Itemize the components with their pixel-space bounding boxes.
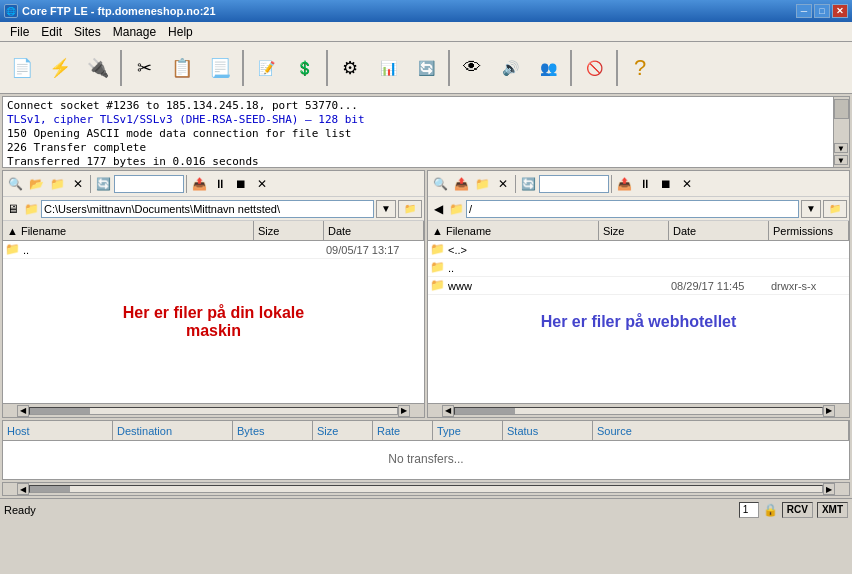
maximize-button[interactable]: □ — [814, 4, 830, 18]
remote-placeholder-text: Her er filer på webhotellet — [541, 313, 737, 331]
toolbar-new[interactable]: 📄 — [4, 48, 40, 88]
local-file-row-dotdot[interactable]: 📁 .. 09/05/17 13:17 — [3, 241, 424, 259]
remote-newfolder-btn[interactable]: 📁 — [472, 174, 492, 194]
transfer-col-host[interactable]: Host — [3, 421, 113, 440]
remote-scroll-right[interactable]: ▶ — [823, 405, 835, 417]
remote-path-input[interactable] — [466, 200, 799, 218]
remote-back-btn[interactable]: ◀ — [430, 201, 446, 217]
bottom-scroll-left[interactable]: ◀ — [17, 483, 29, 495]
toolbar-transfer-money[interactable]: 💲 — [286, 48, 322, 88]
local-filter-input[interactable] — [114, 175, 184, 193]
remote-file-list[interactable]: 📁 <..> 📁 .. 📁 www 08/29/17 11:45 drwxr-s… — [428, 241, 849, 403]
local-col-date[interactable]: Date — [324, 221, 424, 240]
local-search-btn[interactable]: 🔍 — [5, 174, 25, 194]
local-scroll-track[interactable] — [29, 407, 398, 415]
remote-path-browse[interactable]: 📁 — [823, 200, 847, 218]
toolbar-view[interactable]: 👁 — [454, 48, 490, 88]
local-newfolder-btn[interactable]: 📁 — [47, 174, 67, 194]
bottom-scroll-right[interactable]: ▶ — [823, 483, 835, 495]
local-upload-btn[interactable]: 📤 — [189, 174, 209, 194]
local-refresh-btn[interactable]: 🔄 — [93, 174, 113, 194]
remote-download-btn[interactable]: 📤 — [614, 174, 634, 194]
local-column-headers: ▲ Filename Size Date — [3, 221, 424, 241]
transfer-col-destination[interactable]: Destination — [113, 421, 233, 440]
toolbar-cut[interactable]: ✂ — [126, 48, 162, 88]
toolbar-copy[interactable]: 📋 — [164, 48, 200, 88]
transfer-col-size[interactable]: Size — [313, 421, 373, 440]
remote-search-btn[interactable]: 🔍 — [430, 174, 450, 194]
transfer-empty-label: No transfers... — [3, 441, 849, 477]
toolbar-help[interactable]: ? — [622, 48, 658, 88]
remote-sep-2 — [611, 175, 612, 193]
toolbar-queue[interactable]: 📊 — [370, 48, 406, 88]
local-path-dropdown[interactable]: ▼ — [376, 200, 396, 218]
toolbar-settings[interactable]: ⚙ — [332, 48, 368, 88]
remote-folder-icon-bracket: 📁 — [430, 242, 446, 258]
local-pause-btn[interactable]: ⏸ — [210, 174, 230, 194]
remote-col-filename[interactable]: ▲ Filename — [428, 221, 599, 240]
remote-file-row-bracket[interactable]: 📁 <..> — [428, 241, 849, 259]
close-button[interactable]: ✕ — [832, 4, 848, 18]
local-stop-btn[interactable]: ⏹ — [231, 174, 251, 194]
remote-cancel-btn[interactable]: ✕ — [677, 174, 697, 194]
local-file-date-dotdot: 09/05/17 13:17 — [322, 244, 422, 256]
local-scroll-left[interactable]: ◀ — [17, 405, 29, 417]
remote-hscroll[interactable]: ◀ ▶ — [428, 403, 849, 417]
local-panel: 🔍 📂 📁 ✕ 🔄 📤 ⏸ ⏹ ✕ 🖥 📁 ▼ 📁 ▲ Filename — [2, 170, 425, 418]
menu-sites[interactable]: Sites — [68, 23, 107, 41]
remote-file-perms-www: drwxr-s-x — [767, 280, 847, 292]
local-path-browse[interactable]: 📁 — [398, 200, 422, 218]
remote-delete-btn[interactable]: ✕ — [493, 174, 513, 194]
toolbar-sound[interactable]: 🔊 — [492, 48, 528, 88]
remote-scroll-track[interactable] — [454, 407, 823, 415]
remote-col-date[interactable]: Date — [669, 221, 769, 240]
bottom-scroll-thumb[interactable] — [30, 486, 70, 492]
remote-open-btn[interactable]: 📤 — [451, 174, 471, 194]
transfer-col-status[interactable]: Status — [503, 421, 593, 440]
local-path-input[interactable] — [41, 200, 374, 218]
remote-scroll-thumb[interactable] — [455, 408, 515, 414]
toolbar-paste[interactable]: 📃 — [202, 48, 238, 88]
transfer-col-bytes[interactable]: Bytes — [233, 421, 313, 440]
remote-file-row-dotdot[interactable]: 📁 .. — [428, 259, 849, 277]
toolbar-connect[interactable]: ⚡ — [42, 48, 78, 88]
menu-manage[interactable]: Manage — [107, 23, 162, 41]
separator-6 — [616, 50, 618, 86]
toolbar-block[interactable]: 🚫 — [576, 48, 612, 88]
remote-scroll-left[interactable]: ◀ — [442, 405, 454, 417]
menu-help[interactable]: Help — [162, 23, 199, 41]
remote-refresh-btn[interactable]: 🔄 — [518, 174, 538, 194]
transfer-col-source[interactable]: Source — [593, 421, 849, 440]
local-scroll-thumb[interactable] — [30, 408, 90, 414]
bottom-scroll-track[interactable] — [29, 485, 823, 493]
log-scrollbar[interactable]: ▼ ▼ — [833, 97, 849, 167]
local-open-btn[interactable]: 📂 — [26, 174, 46, 194]
local-col-size[interactable]: Size — [254, 221, 324, 240]
local-scroll-right[interactable]: ▶ — [398, 405, 410, 417]
local-folder-icon-dotdot: 📁 — [5, 242, 21, 258]
remote-stop-btn[interactable]: ⏹ — [656, 174, 676, 194]
local-file-list[interactable]: 📁 .. 09/05/17 13:17 Her er filer på din … — [3, 241, 424, 403]
transfer-col-type[interactable]: Type — [433, 421, 503, 440]
menu-bar: File Edit Sites Manage Help — [0, 22, 852, 42]
toolbar-disconnect[interactable]: 🔌 — [80, 48, 116, 88]
transfer-col-rate[interactable]: Rate — [373, 421, 433, 440]
local-hscroll[interactable]: ◀ ▶ — [3, 403, 424, 417]
menu-file[interactable]: File — [4, 23, 35, 41]
remote-filter-input[interactable] — [539, 175, 609, 193]
status-text: Ready — [4, 504, 367, 516]
local-col-filename[interactable]: ▲ Filename — [3, 221, 254, 240]
remote-pause-btn[interactable]: ⏸ — [635, 174, 655, 194]
toolbar-sync[interactable]: 🔄 — [408, 48, 444, 88]
remote-col-permissions[interactable]: Permissions — [769, 221, 849, 240]
remote-col-size[interactable]: Size — [599, 221, 669, 240]
toolbar-users[interactable]: 👥 — [530, 48, 566, 88]
local-cancel-btn[interactable]: ✕ — [252, 174, 272, 194]
remote-file-row-www[interactable]: 📁 www 08/29/17 11:45 drwxr-s-x — [428, 277, 849, 295]
local-delete-btn[interactable]: ✕ — [68, 174, 88, 194]
menu-edit[interactable]: Edit — [35, 23, 68, 41]
toolbar-edit[interactable]: 📝 — [248, 48, 284, 88]
remote-path-dropdown[interactable]: ▼ — [801, 200, 821, 218]
bottom-scrollbar[interactable]: ◀ ▶ — [2, 482, 850, 496]
minimize-button[interactable]: ─ — [796, 4, 812, 18]
